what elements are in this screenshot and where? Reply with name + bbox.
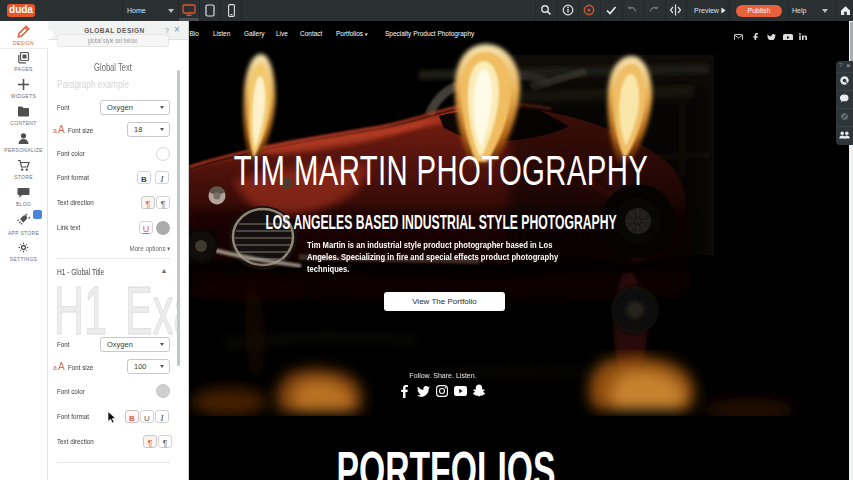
svg-text:A: A [58,361,65,371]
svg-text:a: a [53,127,57,134]
svg-text:A: A [58,124,65,134]
svg-text:a: a [53,364,57,371]
